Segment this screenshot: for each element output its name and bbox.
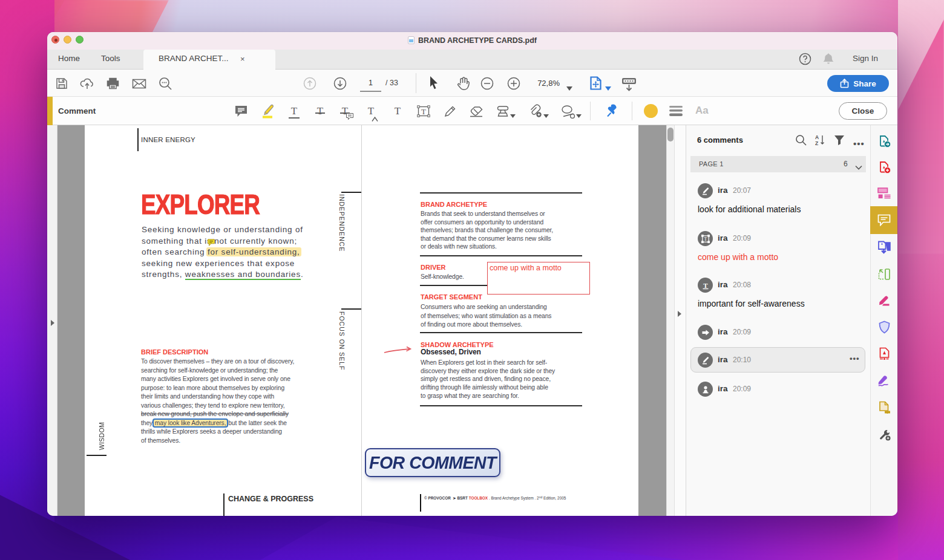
svg-text:A: A [815,134,819,140]
svg-text:T: T [704,236,707,242]
svg-text:T: T [421,107,426,116]
svg-text:Z: Z [815,140,818,146]
svg-text:T: T [703,281,708,288]
